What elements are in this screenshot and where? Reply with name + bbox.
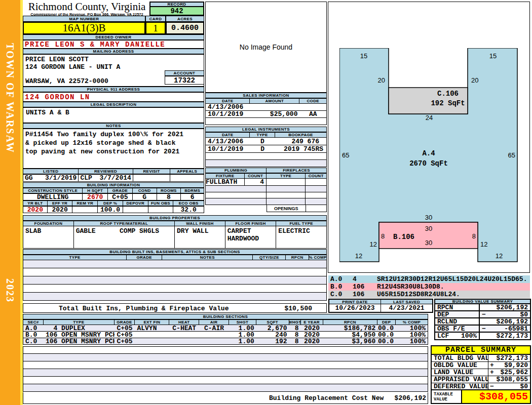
sketch-vector-row-c: C.0 106 U65R15D12SD8R24U8L24. [328,291,530,298]
notes-line1: P#11454 Two family duplex 100\% for 2021 [25,131,203,138]
instruments-cols: DATE TYPE BOOKPAGE [205,132,327,138]
sales-cols: DATE AMOUNT CODE [205,98,327,104]
svg-text:24: 24 [426,114,433,122]
replacement-cost-label: Building Replacement Cost New [269,394,384,402]
acres-value: 0.4600 [166,22,204,34]
sections-empty-row [23,346,428,354]
print-saved-header: PRINT DATE LAST SAVED [328,299,433,304]
building-section-row: A.0 4 DUPLEX C+05 ALVYN C-HEAT C-AIR 1.0… [23,325,428,332]
sales-row: 10/1/2019 $25,000 AA [205,111,327,118]
sketch-vector-row-a: A.0 4 SR12U12R30D12R12U65L15D20L24U20L15… [328,275,530,283]
building-section-row: C.0 106 OPEN MSNRY PCH C+05 1.00 192 8 2… [23,338,428,345]
value-summary-row: LCF 100% $272,173 [434,333,531,340]
building-value-summary-header: BUILDING VALUE SUMMARY [434,299,531,304]
map-number-value: 16A1(3)B [23,22,145,34]
property-record-card: TOWN OF WARSAW 2023 Richmond County, Vir… [0,0,532,405]
builtins-empty-row [23,268,327,276]
card-value: 1 [145,22,166,34]
sales-empty-row [205,118,327,125]
building-properties-vals: SLAB GABLECOMP SHGLS DRY WALL CARPET HAR… [23,226,327,249]
deeded-owner-header: DEEDED OWNER [23,34,204,40]
notes-line3: top paving at new construction for 2021 [25,148,203,155]
svg-text:C.106: C.106 [437,90,459,98]
parcel-summary-row: DEFERRED VALUE − $0 [432,383,530,390]
svg-text:A.4: A.4 [422,149,435,157]
svg-text:12: 12 [355,252,362,260]
value-summary-row: OBS F/E − -65981 [434,326,531,333]
value-summary-row: RCLND $206,192 [434,318,531,326]
instrument-row: 4/13/2006 D 249 676 [205,138,327,145]
sidebar-town-label: TOWN OF WARSAW [4,43,16,205]
instruments-empty-row [205,153,327,160]
sections-empty-row [23,354,428,361]
building-sections-header: BUILDING SECTIONS [23,314,428,319]
taxable-value-row: TAXABLE VALUE $308,055 [432,390,530,403]
svg-text:192 SqFt: 192 SqFt [431,99,465,107]
building-info-header: BUILDING INFORMATION [23,182,204,188]
value-summary-row: DEP − $0 [434,311,531,318]
builtins-total-value: $10,500 [261,305,312,312]
parcel-summary-row: LAND VALUE + $25,962 [432,369,530,376]
svg-text:2670 SqFt: 2670 SqFt [409,159,448,168]
review-header-row: LISTED REVIEWED REVISIT APPEALS [23,169,204,174]
svg-text:8: 8 [381,232,385,240]
builtins-empty-row [23,260,327,268]
parcel-summary-row: APPRAISED VALUE $308,055 [432,376,530,383]
builtins-header: BUILDING BUILT INS, BASEMENTS, ATTICS & … [23,249,327,255]
taxable-value-amount: $308,055 [462,390,530,403]
svg-text:20: 20 [471,76,478,84]
svg-text:30: 30 [425,225,432,232]
svg-text:12: 12 [480,240,487,248]
sections-empty-row [23,361,428,369]
plumbing-fireplaces-cols: FIXTURE COUNT TYPE COUNT [205,173,327,179]
svg-text:8: 8 [472,232,476,240]
replacement-cost-row: Building Replacement Cost New $206,192 [23,392,428,404]
sales-info-header: SALES INFORMATION [205,93,327,98]
builtins-total-row: Total Built Ins, Plumbing & Fireplace Va… [23,303,327,313]
county-title: Richmond County, Virginia [24,1,149,12]
openings-row: OPENINGS [267,205,327,212]
building-info-cols1: CONSTRUCTION STYLE H SQFT GRADE COND ROO… [23,188,204,193]
svg-text:15: 15 [489,52,497,60]
parcel-summary-row: TOTAL BLDG VALUE $272,173 [432,355,530,362]
svg-text:30: 30 [425,239,432,247]
builtins-cols: TYPE GRADE NOTES QTY/SIZE RPCN % COMP [23,255,327,260]
svg-text:20: 20 [378,76,385,84]
builtins-empty-row [23,293,327,301]
map-number-header: MAP NUMBER [23,16,145,22]
builtins-total-label: Total Built Ins, Plumbing & Fireplace Va… [59,305,229,312]
builtins-empty-row [23,276,327,285]
physical-911-header: PHYSICAL 911 ADDRESS [23,87,204,92]
building-properties-header: BUILDING PROPERTIES [23,215,327,221]
no-image-text: No Image Found [240,43,292,51]
sections-empty-row [23,369,428,377]
svg-text:30: 30 [425,214,432,221]
svg-text:65: 65 [508,151,515,159]
mailing-line2: 124 GORDON LANE - UNIT A [25,63,162,71]
record-header: RECORD [149,2,204,7]
building-info-vals1: DWELLING 2670 C+05 G 8 6 [23,193,204,200]
building-section-row: B.0 106 OPEN MSNRY PCH C+05 1.00 240 8 2… [23,332,428,338]
instruments-empty-row [205,160,327,167]
svg-text:B.106: B.106 [393,233,414,241]
notes-header: NOTES [23,123,204,129]
card-header: CARD [145,16,166,22]
taxable-value-label: TAXABLE VALUE [432,390,462,403]
record-value: 942 [149,7,204,16]
replacement-cost-value: $206,192 [383,394,426,402]
notes-line2: & picked up 12x16 storage shed & black [25,139,203,147]
legal-instruments-header: LEGAL INSTRUMENTS [205,127,327,132]
mailing-line3: WARSAW, VA 22572-0000 [25,77,162,85]
svg-text:12: 12 [370,240,377,248]
legal-description-value: UNITS A & B [23,107,204,123]
parcel-summary-header: PARCEL SUMMARY [432,346,530,355]
sales-row: 4/13/2006 [205,104,327,111]
plumbing-fireplaces-header: PLUMBING FIREPLACES [205,168,327,173]
plumbing-empty-row [205,198,327,205]
account-value: 17322 [165,76,204,85]
acres-header: ACRES [166,16,204,22]
sidebar-year-label: 2023 [4,278,16,324]
photo-placeholder-box: No Image Found [205,2,327,93]
building-info-vals2: 2020 2020 100.0 32.0 [23,206,204,213]
building-sections-cols: SEC# TYPE GRADE EXT FIN HEAT AIR SHGT SQ… [23,319,428,325]
